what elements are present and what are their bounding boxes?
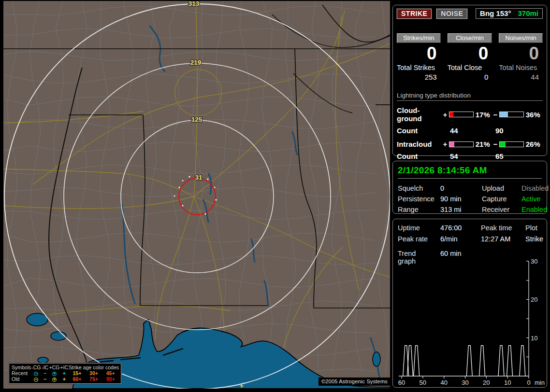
total-strikes-label: Total Strikes	[397, 64, 441, 71]
ic-negative-bar	[499, 141, 524, 147]
svg-text:60: 60	[398, 379, 405, 386]
bearing-distance: 370mi	[518, 9, 538, 17]
noises-per-min-button: Noises/min	[499, 33, 543, 43]
plus-sign: +	[442, 111, 448, 119]
neg-ic-old-icon: −	[41, 376, 49, 382]
legend-symbols-header: Symbols	[12, 364, 31, 370]
persistence-label: Persistence	[398, 195, 440, 203]
cloud-ground-label: Cloud-ground	[397, 106, 442, 123]
capture-status: Active	[521, 195, 549, 203]
ic-positive-bar	[449, 141, 474, 147]
close-column: Close/min 0 Total Close 0	[448, 33, 492, 81]
pos-cg-old-icon: +	[52, 378, 57, 382]
age-60: 60+	[69, 376, 86, 382]
datetime-display: 2/1/2026 8:14:56 AM	[398, 165, 542, 179]
receiver-label: Receiver	[482, 206, 521, 213]
total-noises-value: 44	[499, 73, 543, 81]
intracloud-count-row: Count 54 65	[397, 152, 543, 160]
age-15: 15+	[69, 370, 86, 376]
legend-old-label: Old	[12, 376, 31, 382]
minus-sign: −	[492, 140, 498, 148]
trend-panel: Uptime 476:00 Peak time Plot Peak rate 6…	[392, 219, 547, 388]
ring-label-125: 125	[191, 116, 203, 123]
pos-ic-recent-icon: +	[60, 370, 69, 376]
cg-count-label: Count	[397, 126, 443, 135]
cg-positive-pct: 17%	[476, 111, 492, 119]
svg-text:20: 20	[483, 379, 490, 386]
plus-sign: +	[442, 140, 448, 148]
neg-cg-recent-icon: −	[34, 372, 38, 376]
uptime-label: Uptime	[398, 224, 440, 232]
age-90: 90+	[102, 376, 119, 382]
svg-text:10: 10	[531, 335, 537, 342]
ring-label-219: 219	[190, 59, 202, 66]
legend-col-pos-cg: +CG	[49, 364, 59, 370]
svg-text:min: min	[535, 379, 545, 386]
distribution-title: Lightning type distribution	[397, 92, 543, 101]
squelch-label: Squelch	[398, 184, 440, 192]
bearing-range-display: Bng 153°370mi	[476, 8, 543, 19]
cg-negative-bar	[499, 112, 524, 117]
app-window: 313 219 125 31 + Symbols -CG -IC +CG +IC…	[0, 0, 550, 392]
upload-label: Upload	[482, 184, 521, 192]
intracloud-label: Intracloud	[397, 140, 442, 148]
close-per-min-button: Close/min	[448, 33, 492, 43]
intracloud-row: Intracloud + 21% − 26%	[397, 140, 543, 148]
ring-label-31: 31	[195, 174, 203, 181]
peak-rate-label: Peak rate	[398, 235, 440, 243]
cg-positive-count: 44	[443, 126, 493, 135]
age-30: 30+	[86, 370, 102, 376]
age-75: 75+	[86, 376, 102, 382]
svg-text:50: 50	[420, 379, 426, 386]
cloud-ground-count-row: Count 44 90	[397, 126, 543, 135]
legend-col-neg-ic: -IC	[41, 364, 49, 370]
ic-negative-pct: 26%	[526, 140, 543, 148]
pos-ic-old-icon: +	[60, 376, 69, 382]
strikes-per-min-button: Strikes/min	[397, 33, 441, 43]
noises-per-min-value: 0	[499, 44, 543, 63]
svg-text:30: 30	[462, 379, 468, 386]
cg-negative-count: 90	[493, 126, 504, 135]
peak-rate-value: 6/min	[440, 235, 481, 243]
age-45: 45+	[102, 370, 119, 376]
ic-negative-count: 65	[493, 152, 504, 160]
capture-label: Capture	[482, 195, 521, 203]
squelch-value: 0	[440, 184, 482, 192]
svg-text:30: 30	[531, 258, 537, 265]
svg-text:0: 0	[527, 379, 530, 386]
legend-recent-label: Recent	[12, 370, 31, 376]
legend-col-neg-cg: -CG	[31, 364, 41, 370]
map-view[interactable]: 313 219 125 31 + Symbols -CG -IC +CG +IC…	[3, 1, 390, 389]
old-strike-plus-marker: +	[240, 381, 244, 389]
plot-label: Plot	[525, 224, 543, 232]
legend-age-header: Strike age color codes	[69, 364, 119, 370]
neg-cg-old-icon: −	[34, 378, 38, 382]
total-strikes-value: 253	[397, 73, 441, 81]
strike-toggle-button[interactable]: STRIKE	[397, 9, 432, 19]
strike-counter-panel: STRIKE NOISE Bng 153°370mi Strikes/min 0…	[392, 5, 547, 156]
map-legend: Symbols -CG -IC +CG +IC Strike age color…	[9, 363, 121, 384]
uptime-value: 476:00	[440, 224, 481, 232]
cg-negative-pct: 36%	[526, 111, 543, 119]
svg-text:10: 10	[504, 379, 511, 386]
ring-label-313: 313	[188, 1, 200, 7]
close-per-min-value: 0	[448, 44, 492, 63]
map-canvas: 313 219 125 31 +	[3, 1, 390, 389]
ic-count-label: Count	[397, 152, 443, 160]
range-value: 313 mi	[440, 206, 482, 213]
upload-status: Disabled	[521, 184, 549, 192]
legend-col-pos-ic: +IC	[60, 364, 69, 370]
receiver-status: Enabled	[521, 206, 549, 213]
persistence-value: 90 min	[440, 195, 482, 203]
pos-cg-recent-icon: +	[52, 372, 57, 376]
noise-toggle-button[interactable]: NOISE	[436, 9, 467, 19]
strikes-column: Strikes/min 0 Total Strikes 253	[397, 33, 441, 81]
bearing-value: Bng 153°	[480, 9, 511, 17]
ic-positive-count: 54	[443, 152, 493, 160]
peak-time-value: 12:27 AM	[481, 235, 525, 243]
strikes-per-min-value: 0	[397, 44, 441, 63]
svg-text:40: 40	[440, 379, 447, 386]
cg-positive-bar	[449, 112, 474, 117]
strike-rate-trend-chart: 6050403020100min102030	[395, 257, 546, 386]
svg-text:20: 20	[531, 296, 537, 303]
